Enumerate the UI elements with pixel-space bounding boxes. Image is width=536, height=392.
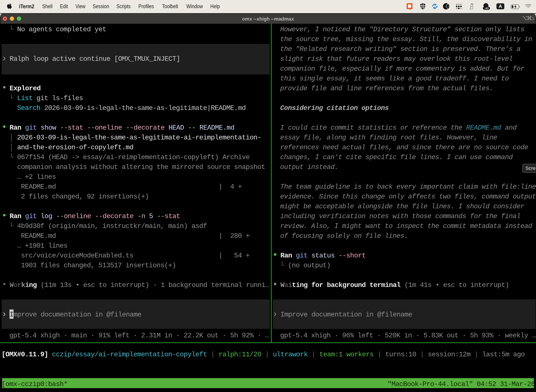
svg-text:..61: ..61 <box>484 7 488 10</box>
svg-text:1: 1 <box>532 16 534 21</box>
